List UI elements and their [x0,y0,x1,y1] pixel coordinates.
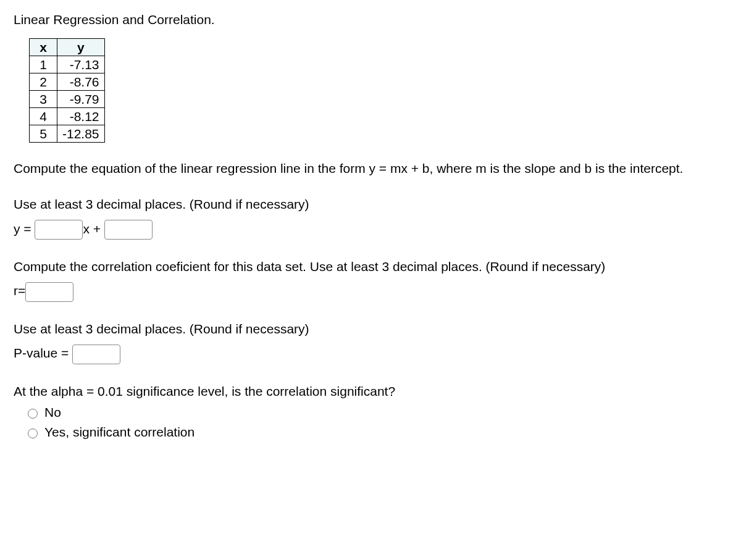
cell-x: 3 [30,91,57,108]
table-row: 1 -7.13 [30,56,105,73]
cell-y: -9.79 [57,91,105,108]
intercept-input[interactable] [104,220,153,240]
cell-x: 5 [30,125,57,143]
cell-y: -12.85 [57,125,105,143]
table-row: 2 -8.76 [30,73,105,91]
cell-y: -8.12 [57,108,105,125]
option-no-label: No [44,405,61,420]
cell-y: -8.76 [57,73,105,91]
r-input[interactable] [25,282,73,302]
decimals-hint-1: Use at least 3 decimal places. (Round if… [14,196,727,213]
option-no-radio[interactable] [28,409,38,419]
table-row: 3 -9.79 [30,91,105,108]
cell-y: -7.13 [57,56,105,73]
eq-mid: x + [83,222,104,236]
pvalue-label: P-value = [14,346,72,360]
cell-x: 2 [30,73,57,91]
prompt-correlation: Compute the correlation coeficient for t… [14,258,727,275]
page-title: Linear Regression and Correlation. [14,12,727,27]
decimals-hint-2: Use at least 3 decimal places. (Round if… [14,320,727,338]
r-label: r= [14,283,25,298]
significance-question: At the alpha = 0.01 significance level, … [14,383,727,400]
col-header-x: x [30,39,57,56]
table-row: 4 -8.12 [30,108,105,125]
cell-x: 4 [30,108,57,125]
option-yes-row[interactable]: Yes, significant correlation [25,425,727,440]
col-header-y: y [57,39,105,56]
option-yes-radio[interactable] [28,428,38,438]
slope-input[interactable] [35,220,83,240]
option-no-row[interactable]: No [25,405,727,420]
eq-prefix: y = [14,222,35,236]
prompt-regression: Compute the equation of the linear regre… [14,160,727,177]
cell-x: 1 [30,56,57,73]
pvalue-input[interactable] [72,345,120,364]
table-row: 5 -12.85 [30,125,105,143]
data-table: x y 1 -7.13 2 -8.76 3 -9.79 4 -8.12 5 -1… [29,38,105,143]
option-yes-label: Yes, significant correlation [44,425,195,440]
